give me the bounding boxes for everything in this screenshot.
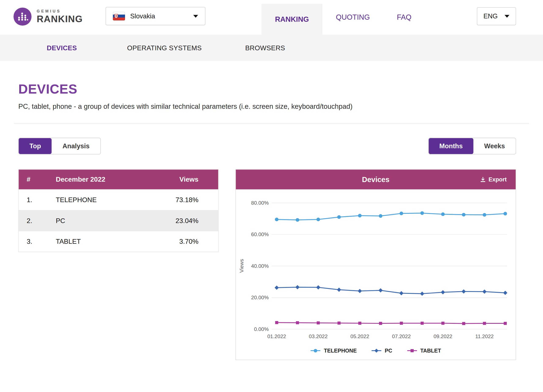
device-cell: TABLET xyxy=(48,237,158,246)
nav-item-quoting[interactable]: QUOTING xyxy=(322,0,383,35)
export-button[interactable]: Export xyxy=(480,170,507,189)
chart-header: Devices Export xyxy=(236,170,515,189)
svg-text:40.00%: 40.00% xyxy=(251,263,269,269)
legend-label: PC xyxy=(385,348,392,354)
top-header: GEMIUS RANKING Slovakia RANKING QUOTING … xyxy=(0,0,543,35)
svg-text:11.2022: 11.2022 xyxy=(475,334,493,339)
legend-marker-icon xyxy=(371,348,382,353)
analysis-toggle-button[interactable]: Analysis xyxy=(52,138,100,154)
column-header-period: December 2022 xyxy=(48,175,158,184)
series-line-pc xyxy=(277,287,505,294)
table-header-row: # December 2022 Views xyxy=(19,170,218,189)
svg-text:80.00%: 80.00% xyxy=(251,200,269,206)
main-content: DEVICES PC, tablet, phone - a group of d… xyxy=(0,82,543,360)
rank-cell: 2. xyxy=(19,217,48,225)
download-icon xyxy=(480,177,486,183)
svg-text:07.2022: 07.2022 xyxy=(392,334,411,339)
legend-marker-icon xyxy=(407,348,417,353)
subnav-item-operating-systems[interactable]: OPERATING SYSTEMS xyxy=(127,35,202,61)
section-nav: DEVICES OPERATING SYSTEMS BROWSERS xyxy=(0,35,543,61)
divider xyxy=(14,123,529,123)
views-cell: 23.04% xyxy=(158,217,218,225)
chart-legend: TELEPHONEPCTABLET xyxy=(236,347,515,355)
legend-item-pc[interactable]: PC xyxy=(371,348,392,354)
svg-text:20.00%: 20.00% xyxy=(251,295,269,300)
content-row: # December 2022 Views 1. TELEPHONE 73.18… xyxy=(18,169,516,360)
main-nav: RANKING QUOTING FAQ xyxy=(261,0,425,35)
slovakia-flag-icon xyxy=(113,12,125,21)
country-label: Slovakia xyxy=(130,12,155,20)
svg-text:03.2022: 03.2022 xyxy=(309,334,328,339)
table-row: 2. PC 23.04% xyxy=(19,210,218,231)
chart-body: 0.00%20.00%40.00%60.00%80.00%01.202203.2… xyxy=(236,190,515,360)
table-row: 1. TELEPHONE 73.18% xyxy=(19,190,218,210)
device-cell: PC xyxy=(48,217,158,225)
chevron-down-icon xyxy=(504,15,509,17)
nav-item-faq[interactable]: FAQ xyxy=(383,0,425,35)
brand-name: RANKING xyxy=(37,14,83,24)
language-select[interactable]: ENG xyxy=(477,7,516,25)
brand-sup: GEMIUS xyxy=(37,9,83,13)
weeks-toggle-button[interactable]: Weeks xyxy=(474,138,516,154)
device-cell: TELEPHONE xyxy=(48,196,158,204)
devices-chart-panel: Devices Export 0.00%20.00%40.00%60.00%80… xyxy=(236,169,516,360)
legend-label: TABLET xyxy=(420,348,441,354)
views-cell: 73.18% xyxy=(158,196,218,204)
devices-line-chart: 0.00%20.00%40.00%60.00%80.00%01.202203.2… xyxy=(236,191,515,343)
column-header-views: Views xyxy=(158,175,218,184)
svg-text:0.00%: 0.00% xyxy=(254,326,269,332)
legend-item-tablet[interactable]: TABLET xyxy=(407,348,441,354)
brand-text: GEMIUS RANKING xyxy=(37,9,83,24)
period-toggle-group: Months Weeks xyxy=(428,138,516,154)
months-toggle-button[interactable]: Months xyxy=(429,138,473,154)
svg-text:60.00%: 60.00% xyxy=(251,231,269,237)
page-title: DEVICES xyxy=(18,82,516,96)
page-subtitle: PC, tablet, phone - a group of devices w… xyxy=(18,102,516,111)
page: GEMIUS RANKING Slovakia RANKING QUOTING … xyxy=(0,0,543,392)
series-line-tablet xyxy=(277,323,505,323)
language-label: ENG xyxy=(483,12,498,20)
view-toggle-group: Top Analysis xyxy=(18,138,101,154)
export-label: Export xyxy=(488,176,507,183)
column-header-rank: # xyxy=(19,175,48,184)
legend-item-telephone[interactable]: TELEPHONE xyxy=(310,348,357,354)
subnav-item-browsers[interactable]: BROWSERS xyxy=(245,35,285,61)
rank-cell: 1. xyxy=(19,196,48,204)
svg-text:09.2022: 09.2022 xyxy=(434,334,452,339)
legend-label: TELEPHONE xyxy=(324,348,357,354)
top-toggle-button[interactable]: Top xyxy=(19,138,52,154)
rank-cell: 3. xyxy=(19,237,48,246)
nav-item-ranking[interactable]: RANKING xyxy=(261,4,322,35)
brand-logo[interactable]: GEMIUS RANKING xyxy=(13,7,83,26)
chevron-down-icon xyxy=(193,15,198,17)
toggle-row: Top Analysis Months Weeks xyxy=(18,138,516,154)
country-select[interactable]: Slovakia xyxy=(106,7,205,25)
views-cell: 3.70% xyxy=(158,237,218,246)
svg-text:01.2022: 01.2022 xyxy=(267,334,286,339)
subnav-item-devices[interactable]: DEVICES xyxy=(47,35,77,61)
svg-text:05.2022: 05.2022 xyxy=(351,334,369,339)
gemius-logo-icon xyxy=(13,7,32,26)
legend-marker-icon xyxy=(310,348,321,353)
devices-ranking-table: # December 2022 Views 1. TELEPHONE 73.18… xyxy=(18,169,218,252)
chart-title: Devices xyxy=(362,175,389,184)
svg-text:Views: Views xyxy=(239,259,244,273)
table-row: 3. TABLET 3.70% xyxy=(19,231,218,252)
series-line-telephone xyxy=(277,213,505,220)
